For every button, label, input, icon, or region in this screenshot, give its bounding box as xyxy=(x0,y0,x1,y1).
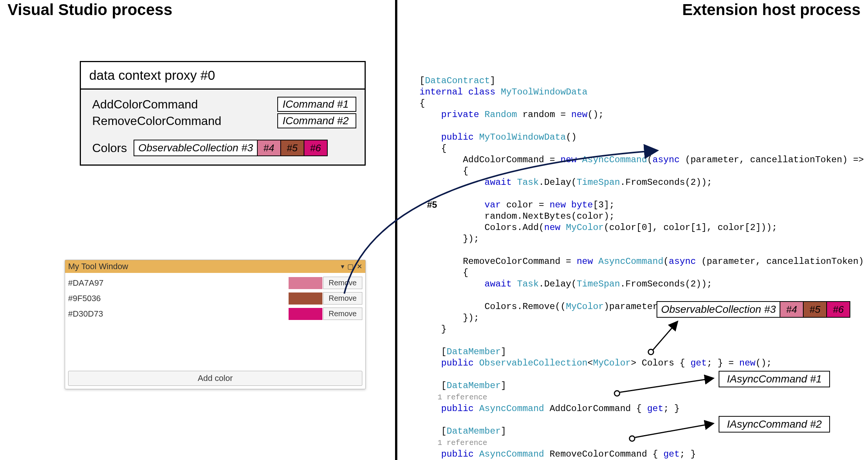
code-kw: new xyxy=(577,256,599,267)
annotation-iasynccommand-2: IAsyncCommand #2 xyxy=(719,416,830,433)
code-kw: new xyxy=(560,155,582,165)
remove-button-0[interactable]: Remove xyxy=(323,277,362,289)
code-kw: await xyxy=(420,279,517,289)
code-kw: public xyxy=(420,132,479,142)
code-type: MyColor xyxy=(566,302,604,312)
code-punc: [ xyxy=(420,426,447,436)
data-context-proxy-box: data context proxy #0 AddColorCommand IC… xyxy=(80,61,366,166)
code-text: ; } xyxy=(663,404,680,414)
proxy-collection-label: ObservableCollection #3 xyxy=(134,140,257,155)
color-swatch-2 xyxy=(289,308,322,320)
code-text: (parameter, cancellationToken) => xyxy=(685,155,864,165)
code-text: (parameter, cancellationToken) => xyxy=(701,256,868,267)
code-text: random = xyxy=(517,110,571,120)
code-reference-count: 1 reference xyxy=(420,439,487,447)
list-item: #9F5036 Remove xyxy=(68,291,362,306)
code-text: ; } = xyxy=(707,358,739,368)
code-type: DataMember xyxy=(447,347,501,357)
code-text: (); xyxy=(588,110,604,120)
code-text: ( xyxy=(647,155,652,165)
list-item: #DA7A97 Remove xyxy=(68,275,362,291)
code-kw: public xyxy=(420,449,479,459)
code-kw: internal class xyxy=(420,87,501,97)
code-type: MyColor xyxy=(566,222,604,233)
proxy-icommand-1: ICommand #1 xyxy=(277,97,356,112)
code-text: RemoveColorCommand { xyxy=(544,449,663,459)
code-kw: new byte xyxy=(550,200,593,210)
code-punc: { xyxy=(420,166,468,176)
code-type: TimeSpan xyxy=(577,279,620,289)
proxy-swatch-4: #4 xyxy=(257,140,280,155)
code-kw: async xyxy=(652,155,685,165)
code-listing: [DataContract] internal class MyToolWind… xyxy=(420,64,868,460)
code-kw: public xyxy=(420,358,479,368)
code-text: RemoveColorCommand = xyxy=(420,256,577,267)
code-kw: get xyxy=(647,404,663,414)
tool-window-titlebar[interactable]: My Tool Window ▾ ▢ ✕ xyxy=(65,260,365,273)
code-type: Task xyxy=(517,177,539,187)
annotation-swatch-4: #4 xyxy=(780,302,803,317)
code-text: > Colors { xyxy=(631,358,690,368)
close-icon[interactable]: ✕ xyxy=(357,262,362,271)
code-text: AddColorCommand = xyxy=(420,155,560,165)
code-type: MyColor xyxy=(593,358,631,368)
annotation-swatch-5: #5 xyxy=(803,302,826,317)
code-punc: { xyxy=(420,268,468,278)
proxy-addcolor-label: AddColorCommand xyxy=(92,97,277,111)
code-punc: [ xyxy=(420,381,447,391)
code-text: [3]; xyxy=(593,200,615,210)
list-item: #D30D73 Remove xyxy=(68,306,362,321)
tool-window-title: My Tool Window xyxy=(68,262,341,271)
code-text: random.NextBytes(color); xyxy=(420,211,614,221)
code-text: .Delay( xyxy=(539,177,577,187)
proxy-swatch-5: #5 xyxy=(280,140,304,155)
code-kw: new xyxy=(571,110,587,120)
code-type: TimeSpan xyxy=(577,177,620,187)
code-kw: private xyxy=(420,110,485,120)
tool-window: My Tool Window ▾ ▢ ✕ #DA7A97 Remove #9F5… xyxy=(65,260,366,389)
code-text: color = xyxy=(501,200,550,210)
dropdown-icon[interactable]: ▾ xyxy=(341,262,344,271)
code-type: ObservableCollection xyxy=(479,358,587,368)
code-kw: get xyxy=(690,358,707,368)
code-text: AddColorCommand { xyxy=(544,404,647,414)
code-punc: ] xyxy=(501,426,506,436)
code-text: .FromSeconds(2)); xyxy=(620,177,712,187)
remove-button-2[interactable]: Remove xyxy=(323,308,362,320)
proxy-removecolor-label: RemoveColorCommand xyxy=(92,114,277,128)
remove-button-1[interactable]: Remove xyxy=(323,292,362,305)
code-punc: { xyxy=(420,143,447,154)
code-punc: ] xyxy=(501,347,506,357)
maximize-icon[interactable]: ▢ xyxy=(347,262,354,271)
code-punc: [ xyxy=(420,76,425,86)
code-text: (); xyxy=(756,358,772,368)
add-color-button[interactable]: Add color xyxy=(68,371,362,386)
color-swatch-1 xyxy=(289,292,322,305)
code-kw: new xyxy=(544,222,566,233)
color-hex-0: #DA7A97 xyxy=(68,278,289,288)
code-type: Task xyxy=(517,279,539,289)
proxy-swatch-6: #6 xyxy=(304,140,327,155)
color-hex-2: #D30D73 xyxy=(68,309,289,319)
code-type: AsyncCommand xyxy=(479,404,544,414)
annotation-iasynccommand-1: IAsyncCommand #1 xyxy=(719,371,830,387)
code-text: Colors.Add( xyxy=(420,222,544,233)
code-text: }); xyxy=(420,313,479,323)
code-type: AsyncCommand xyxy=(598,256,663,267)
annotation-observable-collection: ObservableCollection #3 #4 #5 #6 xyxy=(657,301,850,318)
code-kw: async xyxy=(669,256,701,267)
code-type: DataContract xyxy=(425,76,490,86)
code-type: AsyncCommand xyxy=(582,155,647,165)
code-text: .Delay( xyxy=(539,279,577,289)
code-text: ( xyxy=(663,256,669,267)
code-punc: ] xyxy=(501,381,506,391)
annotation-collection-label: ObservableCollection #3 xyxy=(657,302,780,317)
code-kw: new xyxy=(739,358,756,368)
code-type: AsyncCommand xyxy=(479,449,544,459)
code-text: ; } xyxy=(680,449,696,459)
proxy-icommand-2: ICommand #2 xyxy=(277,113,356,128)
proxy-title: data context proxy #0 xyxy=(81,62,365,90)
code-text: Colors.Remove(( xyxy=(420,302,566,312)
code-kw: await xyxy=(420,177,517,187)
code-punc: { xyxy=(420,98,425,108)
